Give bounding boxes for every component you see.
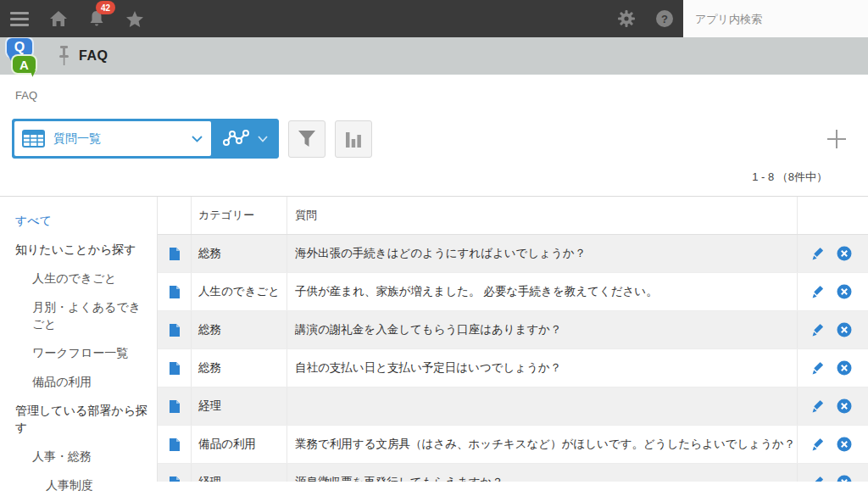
edit-pencil-icon[interactable] <box>811 437 826 452</box>
delete-x-icon[interactable] <box>837 246 852 261</box>
category-column-header: カテゴリー <box>192 197 287 234</box>
sidebar-item-0[interactable]: すべて <box>15 212 152 229</box>
view-selector-dropdown[interactable]: 質問一覧 <box>14 121 211 156</box>
category-sidebar: すべて 知りたいことから探す 人生のできごと 月別・よくあるできごと ワークフロ… <box>0 197 157 482</box>
sidebar-item-label: 備品の利用 <box>32 375 92 388</box>
sidebar-item-7[interactable]: 人事・総務 <box>15 448 152 465</box>
app-title: FAQ <box>79 48 108 64</box>
breadcrumb[interactable]: FAQ <box>0 75 868 102</box>
notifications-bell-icon[interactable]: 42 <box>77 0 115 37</box>
table-row: 総務 講演の謝礼金を入金してもらう口座はありますか？ <box>158 311 868 349</box>
delete-x-icon[interactable] <box>837 322 852 337</box>
sidebar-item-2[interactable]: 人生のできごと <box>15 270 152 287</box>
actions-column-header <box>798 197 868 234</box>
cell-question[interactable]: 海外出張の手続きはどのようにすればよいでしょうか？ <box>287 235 798 272</box>
record-icon-column-header <box>158 197 192 234</box>
cell-question[interactable]: 源泉徴収票を再発行してもらえますか？ <box>287 464 798 482</box>
record-document-icon[interactable] <box>169 437 181 452</box>
settings-gear-icon[interactable] <box>607 0 645 37</box>
app-search-input[interactable] <box>683 0 868 37</box>
table-row: 備品の利用 業務で利用する文房具（はさみ、ホッチキスなど）がほしいです。どうした… <box>158 426 868 464</box>
sidebar-item-label: 月別・よくあるできごと <box>32 300 141 331</box>
selected-view-label: 質問一覧 <box>53 131 192 147</box>
home-icon[interactable] <box>39 0 77 37</box>
delete-x-icon[interactable] <box>837 398 852 414</box>
chevron-down-icon <box>258 136 268 142</box>
app-header-bar: Q A FAQ <box>0 37 868 75</box>
sidebar-item-label: ワークフロー一覧 <box>32 346 128 359</box>
pagination-info: 1 - 8 （8件中） <box>0 159 868 185</box>
cell-category: 備品の利用 <box>192 426 287 463</box>
cell-category: 総務 <box>192 235 287 272</box>
bar-chart-icon <box>345 130 362 148</box>
pin-icon[interactable] <box>58 45 70 67</box>
cell-question[interactable]: 子供が産まれ、家族が増えました。 必要な手続きを教えてください。 <box>287 273 798 310</box>
line-chart-icon <box>223 128 250 150</box>
notification-count-badge: 42 <box>96 1 115 14</box>
delete-x-icon[interactable] <box>837 284 852 299</box>
delete-x-icon[interactable] <box>837 437 852 452</box>
help-icon[interactable]: ? <box>645 0 683 37</box>
sidebar-item-8[interactable]: 人事制度 <box>15 476 152 493</box>
cell-category: 総務 <box>192 349 287 387</box>
plus-icon <box>826 128 848 150</box>
cell-category: 経理 <box>192 387 287 425</box>
table-row: 経理 源泉徴収票を再発行してもらえますか？ <box>158 464 868 482</box>
sidebar-item-5[interactable]: 備品の利用 <box>15 373 152 390</box>
graph-view-button[interactable] <box>211 120 278 158</box>
edit-pencil-icon[interactable] <box>811 399 826 414</box>
cell-category: 人生のできごと <box>192 273 287 310</box>
main-content: すべて 知りたいことから探す 人生のできごと 月別・よくあるできごと ワークフロ… <box>0 196 868 482</box>
record-document-icon[interactable] <box>169 399 181 414</box>
cell-category: 経理 <box>192 464 287 482</box>
sidebar-item-label: 人事制度 <box>46 478 93 492</box>
table-row: 総務 海外出張の手続きはどのようにすればよいでしょうか？ <box>158 235 868 273</box>
record-document-icon[interactable] <box>169 476 181 482</box>
sidebar-item-label: 管理している部署から探す <box>15 404 147 434</box>
funnel-icon <box>297 129 317 148</box>
sidebar-item-label: すべて <box>15 214 52 227</box>
question-column-header: 質問 <box>287 197 798 234</box>
add-record-button[interactable] <box>824 126 849 152</box>
sidebar-item-label: 知りたいことから探す <box>15 242 136 256</box>
table-header-row: カテゴリー 質問 <box>158 197 868 235</box>
sidebar-item-label: 人事・総務 <box>32 449 92 463</box>
sidebar-item-4[interactable]: ワークフロー一覧 <box>15 344 152 361</box>
sidebar-item-label: 人生のできごと <box>32 271 117 285</box>
edit-pencil-icon[interactable] <box>811 323 826 337</box>
cell-question[interactable] <box>287 387 798 425</box>
sidebar-item-6[interactable]: 管理している部署から探す <box>15 402 152 436</box>
favorites-star-icon[interactable] <box>115 0 153 37</box>
table-body: 総務 海外出張の手続きはどのようにすればよいでしょうか？ <box>158 235 868 482</box>
record-document-icon[interactable] <box>169 361 181 376</box>
edit-pencil-icon[interactable] <box>811 476 826 482</box>
view-selector-group: 質問一覧 <box>12 119 279 159</box>
edit-pencil-icon[interactable] <box>811 247 826 261</box>
table-row: 経理 <box>158 387 868 426</box>
delete-x-icon[interactable] <box>837 360 852 376</box>
a-bubble-icon: A <box>11 54 37 75</box>
app-qa-icon: Q A <box>0 37 42 75</box>
delete-x-icon[interactable] <box>837 475 852 482</box>
table-row: 人生のできごと 子供が産まれ、家族が増えました。 必要な手続きを教えてください。 <box>158 273 868 311</box>
cell-question[interactable]: 自社の支払い日と支払い予定日はいつでしょうか？ <box>287 349 798 387</box>
sidebar-list: すべて 知りたいことから探す 人生のできごと 月別・よくあるできごと ワークフロ… <box>15 212 152 493</box>
edit-pencil-icon[interactable] <box>811 361 826 376</box>
sidebar-item-3[interactable]: 月別・よくあるできごと <box>15 298 152 332</box>
cell-category: 総務 <box>192 311 287 348</box>
table-view-icon <box>22 130 45 148</box>
record-document-icon[interactable] <box>169 285 181 299</box>
edit-pencil-icon[interactable] <box>811 285 826 299</box>
filter-button[interactable] <box>288 120 326 158</box>
table-row: 総務 自社の支払い日と支払い予定日はいつでしょうか？ <box>158 349 868 387</box>
record-table: カテゴリー 質問 総務 海外出張の手続きはどのようにすればよいでしょうか？ <box>157 197 868 482</box>
record-document-icon[interactable] <box>169 323 181 337</box>
sidebar-item-1[interactable]: 知りたいことから探す <box>15 241 152 258</box>
cell-question[interactable]: 業務で利用する文房具（はさみ、ホッチキスなど）がほしいです。どうしたらよいでしょ… <box>287 426 798 463</box>
toolbar: 質問一覧 <box>12 119 856 159</box>
chart-button[interactable] <box>335 120 372 158</box>
hamburger-menu-icon[interactable] <box>0 0 39 37</box>
record-document-icon[interactable] <box>169 247 181 261</box>
svg-text:?: ? <box>661 13 668 25</box>
cell-question[interactable]: 講演の謝礼金を入金してもらう口座はありますか？ <box>287 311 798 348</box>
